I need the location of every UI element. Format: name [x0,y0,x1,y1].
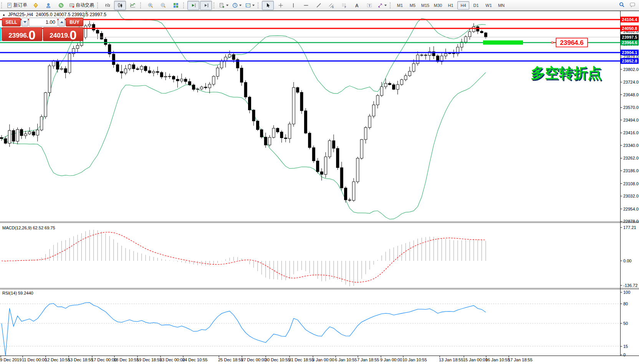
timeframe-d1-button[interactable]: D1 [470,1,482,10]
bar-chart-button[interactable] [101,1,113,10]
price-tick-label: 23340.0 [623,143,639,148]
line-chart-button[interactable] [127,1,139,10]
cursor-icon [265,3,271,8]
templates-button[interactable] [244,1,256,10]
signals-button[interactable] [55,1,67,10]
annotation-text[interactable]: 多空转折点 [531,65,602,81]
text-button[interactable]: A [351,1,363,10]
price-tick-label: 22878.0 [623,219,639,224]
fibonacci-button[interactable]: F [338,1,350,10]
svg-text:23852.8: 23852.8 [622,59,637,63]
ask-price-big-digit: 0 [70,30,76,40]
symbol-timeframe-label: JPN225-,H4 [8,12,33,17]
chart-background [0,0,639,364]
svg-text:24104.4: 24104.4 [622,17,638,22]
time-tick-label: 9 Dec 2019 [0,357,22,362]
mt4-terminal: { "toolbar": { "groups": [ {"items": [ {… [0,0,639,364]
template-icon [245,3,251,8]
trendline-icon [316,3,321,8]
timeframe-h1-button[interactable]: H1 [445,1,457,10]
toolbar-grip [1,2,3,8]
autotrading-icon [69,3,74,8]
timeframe-w1-button[interactable]: W1 [483,1,495,10]
current-price-badge: 23997.5 [621,34,639,40]
timeframe-m15-button[interactable]: M15 [419,1,431,10]
channel-button[interactable]: E [325,1,337,10]
search-button[interactable] [619,2,624,9]
price-tick-label: 23416.0 [623,130,639,135]
toolbar-grip [97,2,99,8]
channel-icon: E [329,3,334,8]
svg-text:23964.6: 23964.6 [622,40,637,45]
ohlc-values: 24005.0 24007.5 23992.5 23997.5 [36,12,106,17]
chart-header: ▲ JPN225-,H4 24005.0 24007.5 23992.5 239… [2,12,106,17]
time-tick-label: 24 Dec 10:55 [182,357,207,362]
tile-windows-icon [173,3,179,8]
timeframe-m30-button[interactable]: M30 [432,1,444,10]
one-click-trade-panel: SELL BUY 23996.0 24019.0 [2,18,83,41]
svg-text:23904.1: 23904.1 [622,50,637,55]
timeframe-mn-button[interactable]: MN [495,1,507,10]
volume-input[interactable] [29,18,58,26]
bid-price-box[interactable]: 23996.0 [2,27,42,41]
chat-icon [630,2,635,7]
buy-button[interactable]: BUY [66,18,83,26]
rsi-label: RSI(14) 59.2440 [2,291,33,295]
time-tick-label: 10 Jan 10:55 [402,357,427,362]
highlight-bar[interactable] [483,40,523,44]
new-order-button[interactable]: 新订单 [5,1,29,10]
chevron-down-icon [239,5,242,6]
macd-label: MACD(12,26,9) 62.52 69.75 [2,226,55,230]
periods-button[interactable] [231,1,243,10]
candlestick-button[interactable] [114,1,126,10]
new-chart-button[interactable] [218,1,230,10]
label-button[interactable]: T [363,1,375,10]
zoom-out-button[interactable] [157,1,169,10]
rsi-axis-label: 0 [623,352,626,357]
volume-increase-button[interactable] [58,18,65,26]
time-tick-label: 9 Jan 00:00 [380,357,402,362]
tile-windows-button[interactable] [170,1,182,10]
crosshair-icon [278,3,283,8]
chat-button[interactable] [630,2,635,9]
zoom-in-button[interactable] [144,1,156,10]
chevron-down-icon [23,21,26,23]
timeframe-h4-button[interactable]: H4 [457,1,469,10]
timeframe-m1-button[interactable]: M1 [394,1,406,10]
trendline-button[interactable] [313,1,324,10]
crosshair-button[interactable] [275,1,286,10]
toolbar-grip [214,2,216,8]
navigator-button[interactable] [42,1,54,10]
toolbar-grip [258,2,260,8]
vertical-line-icon [291,3,296,8]
autotrading-button[interactable]: 自动交易 [68,1,96,10]
period-icon [232,3,238,8]
svg-text:E: E [332,5,334,8]
rsi-axis-label: 80 [623,301,628,306]
sell-button[interactable]: SELL [2,18,21,26]
arrows-button[interactable] [376,1,388,10]
ask-price-box[interactable]: 24019.0 [43,27,83,41]
toolbar-right-icons [619,2,635,9]
time-tick-label: 30 Dec 10:55 [265,357,290,362]
auto-scroll-button[interactable] [187,1,199,10]
toolbar: 新订单自动交易EFATM1M5M15M30H1H4D1W1MN [0,0,639,11]
market-watch-button[interactable] [30,1,41,10]
chevron-down-icon [252,5,255,6]
vertical-line-button[interactable] [287,1,299,10]
chart-shift-button[interactable] [200,1,212,10]
timeframe-m5-button[interactable]: M5 [407,1,419,10]
rsi-axis-label: 15 [623,344,628,349]
panel-collapse-strip[interactable] [0,27,2,41]
new-order-icon [7,3,12,8]
chart-canvas[interactable]: 23964.6多空转折点多空转折点24032.023956.023878.023… [0,0,639,364]
price-tick-label: 23494.0 [623,118,639,122]
collapse-icon[interactable]: ▲ [2,13,5,16]
price-callout[interactable]: 23964.6 [551,38,588,47]
horizontal-line-button[interactable] [300,1,312,10]
volume-decrease-button[interactable] [22,18,28,26]
time-tick-label: 17 Dec 00:00 [91,357,116,362]
macd-axis-label: 177.21 [623,225,636,230]
cursor-button[interactable] [262,1,274,10]
svg-text:24050.8: 24050.8 [622,26,637,31]
